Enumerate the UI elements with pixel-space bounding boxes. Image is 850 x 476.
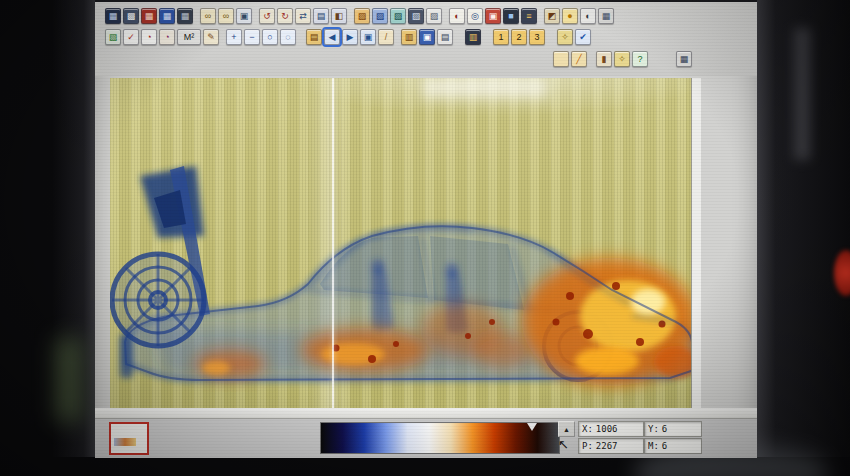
menu-grid-icon[interactable]: ▦ xyxy=(598,8,614,24)
icon-glyph: ? xyxy=(637,55,642,64)
icon-glyph: ▦ xyxy=(109,12,118,21)
colorbar-marker[interactable] xyxy=(527,423,537,431)
image-gallery-icon[interactable]: ▣ xyxy=(360,29,376,45)
annotate-check-icon[interactable]: ✓ xyxy=(123,29,139,45)
icon-glyph: ◀ xyxy=(329,33,336,42)
icon-glyph: + xyxy=(231,33,236,42)
ruler-measure-icon[interactable]: / xyxy=(378,29,394,45)
mouse-pointer-icon: ↖ xyxy=(558,437,569,452)
scroll-up-button[interactable]: ▲ xyxy=(558,421,575,437)
density-gauge-icon[interactable]: ◐ xyxy=(449,8,465,24)
binoculars-scan-icon[interactable]: ∞ xyxy=(218,8,234,24)
alert-marker-icon[interactable]: ▣ xyxy=(485,8,501,24)
approve-thumb-icon[interactable]: ✔ xyxy=(575,29,591,45)
histogram-panel-icon[interactable]: ▥ xyxy=(465,29,481,45)
status-p: P: 2267 xyxy=(578,438,644,454)
toolbar-row-2: ▧ ✓ ◔ ◔ M² xyxy=(105,29,591,45)
view-red-filter-icon[interactable]: ▦ xyxy=(141,8,157,24)
organic-filter-icon[interactable]: ▨ xyxy=(354,8,370,24)
icon-glyph: ╱ xyxy=(576,55,581,64)
icon-glyph: ▶ xyxy=(347,33,354,42)
image-stack-icon[interactable]: ▣ xyxy=(236,8,252,24)
rotate-left-icon[interactable]: ↺ xyxy=(259,8,275,24)
icon-glyph: ▨ xyxy=(358,12,367,21)
icon-glyph: ◎ xyxy=(471,12,479,21)
low-density-icon[interactable]: ▨ xyxy=(426,8,442,24)
contrast-icon[interactable]: ◐ xyxy=(580,8,596,24)
icon-glyph: ▦ xyxy=(181,12,190,21)
pencil-draw-icon[interactable]: ✎ xyxy=(203,29,219,45)
icon-glyph: ∞ xyxy=(223,12,229,21)
status-m: M: 6 xyxy=(644,438,702,454)
status-m-value: 6 xyxy=(662,441,667,451)
thumbnail-preview xyxy=(114,438,136,446)
zoom-in-icon[interactable]: + xyxy=(226,29,242,45)
brightness-icon[interactable]: ● xyxy=(562,8,578,24)
icon-glyph: ◧ xyxy=(335,12,344,21)
desk-reflection xyxy=(56,338,82,422)
diagonal-line-panel-icon[interactable]: ╱ xyxy=(571,51,587,67)
zoom-reset-icon[interactable]: ◌ xyxy=(280,29,296,45)
toolbar-row-1: ▦ ▩ ▦ ▦ ▦ xyxy=(105,8,614,24)
view-original-icon[interactable]: ▦ xyxy=(105,8,121,24)
view-blue-filter-icon[interactable]: ▦ xyxy=(159,8,175,24)
preset-3-button[interactable]: 3 xyxy=(529,29,545,45)
rotate-right-icon[interactable]: ↻ xyxy=(277,8,293,24)
icon-glyph: ◔ xyxy=(164,33,169,42)
exit-door-icon[interactable]: ▮ xyxy=(596,51,612,67)
xray-viewport[interactable] xyxy=(110,78,701,408)
pan-tool-icon[interactable]: ◀ xyxy=(324,29,340,45)
viewer-scrollbar[interactable] xyxy=(691,78,701,408)
icon-glyph: ▨ xyxy=(412,12,421,21)
icon-glyph: ⇄ xyxy=(299,12,307,21)
next-image-icon[interactable]: ▶ xyxy=(342,29,358,45)
icon-glyph: ▣ xyxy=(364,33,373,42)
icon-glyph: ▣ xyxy=(423,33,432,42)
save-icon[interactable]: ▣ xyxy=(419,29,435,45)
binoculars-search-icon[interactable]: ∞ xyxy=(200,8,216,24)
toolbar: ▦ ▩ ▦ ▦ ▦ xyxy=(95,2,757,76)
icon-glyph: ▤ xyxy=(310,33,319,42)
view-gray-filter-icon[interactable]: ▦ xyxy=(177,8,193,24)
layers-icon[interactable]: ▤ xyxy=(313,8,329,24)
preset-2-button[interactable]: 2 xyxy=(511,29,527,45)
high-penetration-icon[interactable]: ▨ xyxy=(408,8,424,24)
region-select-icon[interactable]: ▧ xyxy=(105,29,121,45)
icon-glyph: ▧ xyxy=(109,33,118,42)
zoom-window-icon[interactable]: ○ xyxy=(262,29,278,45)
status-bar: ▲ ↖ X: 1006 Y: 6 P: 2267 M: 6 xyxy=(95,418,757,458)
icon-glyph: ◐ xyxy=(585,12,590,21)
overview-thumbnail[interactable] xyxy=(109,422,149,455)
icon-glyph: − xyxy=(249,33,254,42)
icon-glyph: ◩ xyxy=(548,12,557,21)
icon-glyph: ■ xyxy=(508,12,513,21)
area-measure-button[interactable]: M² xyxy=(177,29,201,45)
target-area-icon[interactable]: ◎ xyxy=(467,8,483,24)
export-folder-icon[interactable]: ▥ xyxy=(401,29,417,45)
scan-artifact-line xyxy=(332,78,334,408)
palette-icon[interactable]: ◩ xyxy=(544,8,560,24)
help-globe-icon[interactable]: ? xyxy=(632,51,648,67)
status-y-value: 6 xyxy=(662,424,667,434)
preset-1-button[interactable]: 1 xyxy=(493,29,509,45)
blank-marker-panel-icon[interactable] xyxy=(553,51,569,67)
stopwatch-icon[interactable]: ◔ xyxy=(159,29,175,45)
status-x-value: 1006 xyxy=(596,424,618,434)
flip-horizontal-icon[interactable]: ⇄ xyxy=(295,8,311,24)
metal-filter-icon[interactable]: ▨ xyxy=(372,8,388,24)
workstation-icon[interactable]: ▦ xyxy=(676,51,692,67)
view-negative-icon[interactable]: ▩ xyxy=(123,8,139,24)
zoom-out-icon[interactable]: − xyxy=(244,29,260,45)
dark-monitor-icon[interactable]: ■ xyxy=(503,8,519,24)
histogram-small-icon[interactable]: ≡ xyxy=(521,8,537,24)
icon-glyph: ✧ xyxy=(561,33,569,42)
overlay-split-icon[interactable]: ◧ xyxy=(331,8,347,24)
keyring-icon[interactable]: ✧ xyxy=(614,51,630,67)
keys-icon[interactable]: ✧ xyxy=(557,29,573,45)
scanner-app-window: ▦ ▩ ▦ ▦ ▦ xyxy=(95,2,757,457)
print-icon[interactable]: ▤ xyxy=(437,29,453,45)
monitor-photo: ▦ ▩ ▦ ▦ ▦ xyxy=(0,0,850,476)
timer-icon[interactable]: ◔ xyxy=(141,29,157,45)
open-image-folder-icon[interactable]: ▤ xyxy=(306,29,322,45)
mixed-filter-icon[interactable]: ▨ xyxy=(390,8,406,24)
